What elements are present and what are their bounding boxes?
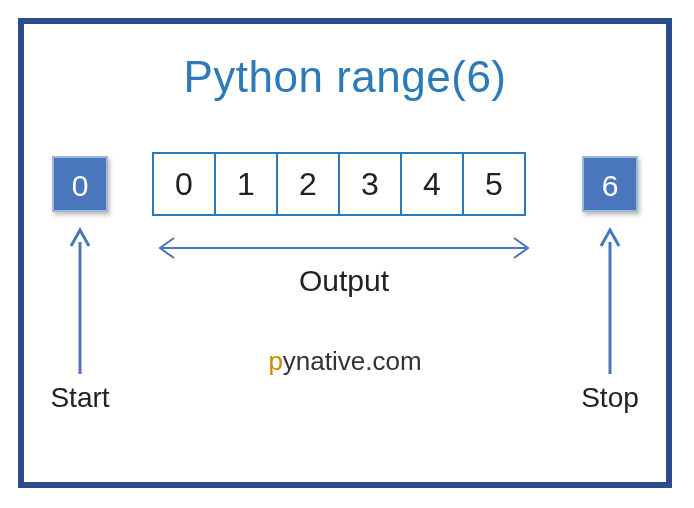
stop-pointer: Stop — [580, 224, 640, 414]
stop-box: 6 — [582, 156, 638, 212]
double-arrow-icon — [152, 234, 536, 262]
cell-4: 4 — [400, 152, 464, 216]
diagram-frame: Python range(6) 0 0 1 2 3 4 5 6 Output — [18, 18, 672, 488]
cell-0: 0 — [152, 152, 216, 216]
range-row: 0 0 1 2 3 4 5 6 — [24, 152, 666, 222]
credit-prefix: p — [268, 346, 282, 376]
canvas: Python range(6) 0 0 1 2 3 4 5 6 Output — [0, 0, 694, 508]
start-label: Start — [50, 382, 110, 414]
cell-2: 2 — [276, 152, 340, 216]
cell-5: 5 — [462, 152, 526, 216]
stop-label: Stop — [580, 382, 640, 414]
output-cells: 0 1 2 3 4 5 — [152, 152, 526, 216]
cell-3: 3 — [338, 152, 402, 216]
credit-line: pynative.com — [24, 346, 666, 377]
output-label: Output — [152, 264, 536, 298]
credit-rest: ynative.com — [283, 346, 422, 376]
diagram-title: Python range(6) — [24, 52, 666, 102]
start-box: 0 — [52, 156, 108, 212]
cell-1: 1 — [214, 152, 278, 216]
start-pointer: Start — [50, 224, 110, 414]
output-span: Output — [152, 234, 536, 304]
